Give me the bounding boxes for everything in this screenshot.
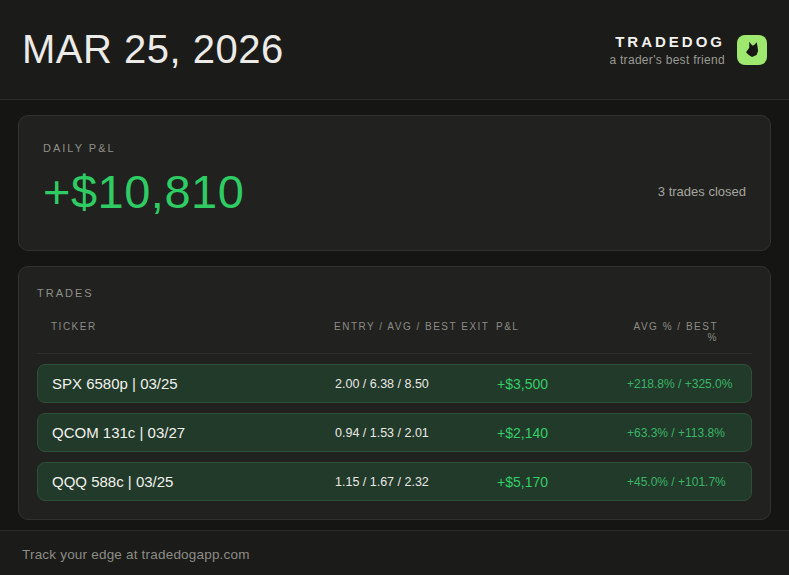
column-header-ticker: TICKER [51,321,334,343]
trades-closed-count: 3 trades closed [658,184,746,199]
brand-name: TRADEDOG [609,33,725,50]
table-row[interactable]: QQQ 588c | 03/25 1.15 / 1.67 / 2.32 +$5,… [37,462,752,501]
table-row[interactable]: SPX 6580p | 03/25 2.00 / 6.38 / 8.50 +$3… [37,364,752,403]
pnl-cell: +$2,140 [497,425,627,441]
ticker-cell: SPX 6580p | 03/25 [52,375,335,392]
footer-tagline: Track your edge at tradedogapp.com [22,547,250,562]
brand-tagline: a trader's best friend [609,53,725,67]
date-title: MAR 25, 2026 [22,27,284,72]
entry-avg-best-cell: 1.15 / 1.67 / 2.32 [335,475,497,489]
brand: TRADEDOG a trader's best friend [609,33,767,67]
footer: Track your edge at tradedogapp.com [0,530,789,575]
daily-pnl-value: +$10,810 [43,168,244,215]
main-content: DAILY P&L +$10,810 3 trades closed TRADE… [0,100,789,520]
trades-card: TRADES TICKER ENTRY / AVG / BEST EXIT P&… [18,266,771,520]
entry-avg-best-cell: 0.94 / 1.53 / 2.01 [335,426,497,440]
pct-cell: +63.3% / +113.8% [627,426,743,440]
pct-cell: +218.8% / +325.0% [627,377,750,391]
table-row[interactable]: QCOM 131c | 03/27 0.94 / 1.53 / 2.01 +$2… [37,413,752,452]
column-header-entry-avg-best-exit: ENTRY / AVG / BEST EXIT [334,321,496,343]
page: MAR 25, 2026 TRADEDOG a trader's best fr… [0,0,789,575]
entry-avg-best-cell: 2.00 / 6.38 / 8.50 [335,377,497,391]
ticker-cell: QCOM 131c | 03/27 [52,424,335,441]
daily-pnl-card: DAILY P&L +$10,810 3 trades closed [18,115,771,251]
header: MAR 25, 2026 TRADEDOG a trader's best fr… [0,0,789,100]
pct-cell: +45.0% / +101.7% [627,475,744,489]
table-header-divider [37,353,752,354]
pnl-cell: +$5,170 [497,474,627,490]
trades-rows: SPX 6580p | 03/25 2.00 / 6.38 / 8.50 +$3… [37,364,752,501]
dog-icon [737,35,767,65]
trades-label: TRADES [37,287,752,299]
daily-pnl-label: DAILY P&L [43,142,746,154]
column-header-avg-best-pct: AVG % / BEST % [626,321,718,343]
column-header-pnl: P&L [496,321,626,343]
pnl-cell: +$3,500 [497,376,627,392]
ticker-cell: QQQ 588c | 03/25 [52,473,335,490]
trades-table-header: TICKER ENTRY / AVG / BEST EXIT P&L AVG %… [37,321,752,343]
daily-pnl-row: +$10,810 3 trades closed [43,168,746,215]
brand-text: TRADEDOG a trader's best friend [609,33,725,67]
